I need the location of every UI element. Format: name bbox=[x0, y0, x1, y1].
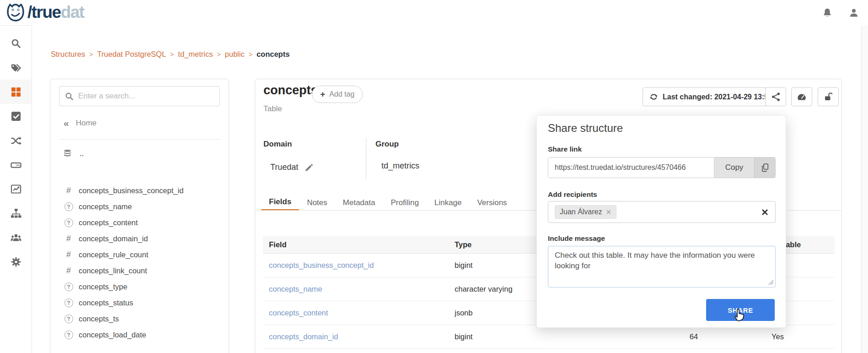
breadcrumb-link[interactable]: public bbox=[225, 50, 245, 59]
page-title: concepts bbox=[263, 83, 318, 98]
modal-title: Share structure bbox=[548, 122, 623, 135]
add-tag-button[interactable]: + Add tag bbox=[312, 86, 363, 103]
hash-icon: # bbox=[66, 266, 71, 276]
question-circle-icon: ? bbox=[64, 218, 73, 227]
sidebar-item-tags[interactable] bbox=[0, 55, 32, 80]
field-list-item[interactable]: ? concepts_status bbox=[50, 295, 229, 311]
sidebar-item-settings[interactable] bbox=[0, 250, 32, 274]
field-name-link[interactable]: concepts_domain_id bbox=[269, 332, 338, 341]
share-link-label: Share link bbox=[548, 145, 582, 153]
gear-icon bbox=[11, 256, 21, 267]
sidebar-item-dashboards[interactable] bbox=[0, 177, 32, 201]
truedat-app: /truedat bbox=[0, 0, 868, 353]
users-icon bbox=[11, 232, 21, 243]
field-list-item[interactable]: # concepts_business_concept_id bbox=[50, 183, 229, 199]
sidebar-item-structures[interactable] bbox=[0, 80, 32, 104]
recipient-chip-label: Juan Álvarez bbox=[560, 208, 602, 216]
field-list-item-label: concepts_rule_count bbox=[79, 250, 148, 259]
search-icon bbox=[65, 92, 74, 101]
field-list-item[interactable]: # concepts_link_count bbox=[50, 263, 229, 279]
share-structure-button[interactable] bbox=[765, 87, 786, 106]
parent-directory-link[interactable]: .. bbox=[63, 149, 84, 158]
field-list-item-label: concepts_link_count bbox=[79, 266, 147, 275]
search-icon bbox=[11, 38, 21, 49]
icon-rail bbox=[0, 25, 32, 353]
breadcrumb-link[interactable]: td_metrics bbox=[178, 50, 213, 59]
detail-tabs: FieldsNotesMetadataProfilingLinkageVersi… bbox=[261, 195, 515, 211]
unlock-button[interactable] bbox=[818, 87, 839, 106]
logo-wordmark: /truedat bbox=[27, 2, 84, 22]
unlock-icon bbox=[824, 92, 833, 102]
profiling-button[interactable] bbox=[791, 87, 812, 106]
tab-fields[interactable]: Fields bbox=[261, 195, 299, 211]
field-name-link[interactable]: concepts_business_concept_id bbox=[269, 261, 374, 269]
copy-button[interactable]: Copy bbox=[714, 157, 754, 178]
group-value: td_metrics bbox=[381, 161, 419, 171]
field-type-icon: # bbox=[64, 266, 73, 276]
bell-icon[interactable] bbox=[820, 6, 834, 20]
field-list-item[interactable]: ? concepts_load_date bbox=[50, 327, 229, 343]
home-link[interactable]: « Home bbox=[64, 118, 96, 128]
question-circle-icon: ? bbox=[64, 202, 73, 211]
field-name-link[interactable]: concepts_name bbox=[269, 285, 322, 293]
field-type-icon: # bbox=[64, 250, 73, 260]
field-list-item[interactable]: # concepts_domain_id bbox=[50, 231, 229, 247]
field-list-item[interactable]: ? concepts_type bbox=[50, 279, 229, 295]
tab-metadata[interactable]: Metadata bbox=[335, 195, 383, 211]
pencil-icon[interactable] bbox=[305, 163, 314, 172]
truedat-logo[interactable]: /truedat bbox=[5, 2, 84, 22]
field-list-item[interactable]: ? concepts_name bbox=[50, 199, 229, 215]
recipients-input[interactable]: Juan Álvarez bbox=[548, 201, 776, 223]
table-row: concepts_domain_id bigint 64 Yes bbox=[263, 325, 835, 349]
tab-versions[interactable]: Versions bbox=[469, 195, 514, 211]
copy-pages-icon[interactable] bbox=[754, 157, 775, 178]
field-list-item[interactable]: # concepts_rule_count bbox=[50, 247, 229, 263]
message-textarea[interactable]: Check out this table. It may have the in… bbox=[548, 246, 776, 288]
breadcrumb-link[interactable]: Structures bbox=[51, 50, 85, 59]
sidebar-item-taxonomy[interactable] bbox=[0, 201, 32, 225]
breadcrumb-separator: > bbox=[89, 51, 93, 58]
field-size-cell: 64 bbox=[650, 332, 737, 341]
field-list-item-label: concepts_type bbox=[79, 282, 127, 291]
field-list-item[interactable]: ? concepts_ts bbox=[50, 311, 229, 327]
sidebar-item-systems[interactable] bbox=[0, 152, 32, 177]
vertical-scrollbar[interactable] bbox=[861, 25, 868, 353]
owl-logo-icon bbox=[5, 2, 26, 22]
sidebar-item-permissions[interactable] bbox=[0, 225, 32, 250]
sidebar-item-lineage[interactable] bbox=[0, 128, 32, 152]
hash-icon: # bbox=[66, 250, 71, 260]
message-label: Include message bbox=[548, 234, 605, 243]
tab-profiling[interactable]: Profiling bbox=[383, 195, 426, 211]
share-link-input[interactable] bbox=[548, 157, 714, 178]
user-icon[interactable] bbox=[847, 6, 861, 20]
clear-recipients-icon[interactable] bbox=[761, 208, 769, 216]
search-input[interactable] bbox=[78, 92, 214, 101]
grid-structures-icon bbox=[11, 87, 21, 98]
question-circle-icon: ? bbox=[64, 282, 73, 291]
field-type-icon: ? bbox=[64, 331, 73, 339]
parent-directory-label: .. bbox=[80, 150, 84, 158]
field-list-item-label: concepts_name bbox=[79, 202, 132, 211]
breadcrumb-link[interactable]: Truedat PostgreSQL bbox=[97, 50, 166, 59]
tab-linkage[interactable]: Linkage bbox=[427, 195, 470, 211]
last-changed-button[interactable]: Last changed: 2021-04-29 13:55 bbox=[643, 87, 779, 106]
home-label: Home bbox=[76, 119, 96, 128]
sidebar-item-search[interactable] bbox=[0, 31, 32, 55]
breadcrumb: Structures>Truedat PostgreSQL>td_metrics… bbox=[51, 50, 289, 59]
tags-icon bbox=[11, 62, 21, 73]
field-name-link[interactable]: concepts_content bbox=[269, 309, 328, 317]
database-icon bbox=[63, 149, 72, 158]
structure-nav-panel: « Home .. # concepts_business_concept_id… bbox=[50, 79, 229, 353]
hard-drive-icon bbox=[11, 159, 21, 170]
shuffle-icon bbox=[11, 135, 21, 146]
field-list-item[interactable]: ? concepts_content bbox=[50, 215, 229, 231]
share-submit-button[interactable]: SHARE bbox=[706, 299, 775, 321]
tab-notes[interactable]: Notes bbox=[299, 195, 335, 211]
remove-recipient-icon[interactable] bbox=[606, 209, 611, 215]
question-circle-icon: ? bbox=[64, 315, 73, 323]
domain-label: Domain bbox=[263, 140, 292, 149]
breadcrumb-current: concepts bbox=[257, 50, 289, 59]
sidebar-item-quality[interactable] bbox=[0, 104, 32, 128]
share-structure-modal: Share structure Share link Copy Add reci… bbox=[536, 115, 786, 328]
field-list-item-label: concepts_status bbox=[79, 299, 133, 307]
